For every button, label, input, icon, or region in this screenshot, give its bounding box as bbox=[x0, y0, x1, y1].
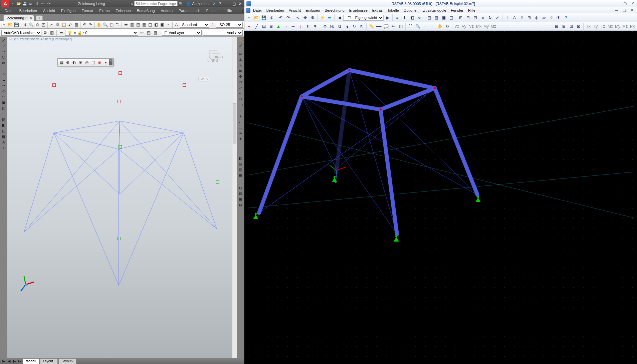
floating-visualstyle-toolbar[interactable]: ▦ ⊕ ◐ ⊗ ◎ ▢ ◉ ▾ × bbox=[57, 58, 114, 66]
explode-icon[interactable]: ✶ bbox=[237, 136, 243, 141]
menu-bearbeiten[interactable]: Bearbeiten bbox=[264, 8, 286, 13]
undo-icon[interactable]: ↶ bbox=[82, 22, 87, 28]
doc-tab[interactable]: Zeichnung1* ✕ bbox=[3, 15, 34, 21]
support-icon[interactable] bbox=[252, 212, 260, 220]
block-icon[interactable]: ▦ bbox=[73, 22, 79, 28]
zoom-all-icon[interactable]: ⛶ bbox=[407, 23, 414, 30]
node-foot-icon[interactable] bbox=[216, 180, 219, 184]
zoom-prev-icon[interactable]: ⮌ bbox=[115, 22, 120, 28]
load-nav-next-icon[interactable]: ▶ bbox=[384, 14, 391, 21]
spline-icon[interactable]: 〜 bbox=[1, 83, 7, 88]
restore-icon[interactable]: ▢ bbox=[232, 1, 237, 6]
deform-icon[interactable]: ∿ bbox=[416, 14, 423, 21]
menu-zeichnen[interactable]: Zeichnen bbox=[113, 8, 133, 13]
trim-icon[interactable]: ✂ bbox=[237, 96, 243, 102]
plot-preview-icon[interactable]: 🔍 bbox=[28, 22, 34, 28]
circle-icon[interactable]: ○ bbox=[1, 71, 7, 77]
menu-fenster[interactable]: Fenster bbox=[449, 8, 465, 13]
move-icon[interactable]: ✥ bbox=[237, 74, 243, 79]
palette3-icon[interactable]: ▦ bbox=[237, 172, 243, 178]
sel-icon[interactable]: ▫ bbox=[166, 22, 171, 28]
rstab-doc-icon[interactable] bbox=[246, 8, 250, 13]
mirror-icon[interactable]: ◮ bbox=[237, 57, 243, 62]
markup-icon[interactable]: ◫ bbox=[147, 22, 153, 28]
palette2-icon[interactable]: ▥ bbox=[237, 167, 243, 172]
hinge-icon[interactable]: ○ bbox=[282, 23, 289, 30]
search-icon[interactable]: 🔍 bbox=[178, 1, 184, 6]
redo-icon[interactable]: ↷ bbox=[285, 14, 291, 21]
rotate-view-icon[interactable]: ⟲ bbox=[444, 23, 450, 30]
lc-manager-icon[interactable]: ≡ bbox=[394, 14, 401, 21]
open-icon[interactable]: 📂 bbox=[7, 22, 13, 28]
undo-icon[interactable]: ↶ bbox=[40, 1, 45, 6]
undo-icon[interactable]: ↶ bbox=[277, 14, 284, 21]
node-foot-icon[interactable] bbox=[118, 237, 121, 240]
results-on-icon[interactable]: ◧ bbox=[409, 14, 415, 21]
node-icon[interactable]: ● bbox=[246, 23, 252, 30]
vs-hidden-icon[interactable]: ◐ bbox=[71, 59, 77, 65]
properties-icon[interactable]: ☰ bbox=[123, 22, 129, 28]
annotation-scale-icon[interactable]: A bbox=[174, 22, 179, 28]
comment-icon[interactable]: 💬 bbox=[383, 23, 389, 30]
help-icon[interactable]: ? bbox=[563, 14, 569, 21]
solid-icon[interactable]: ▣ bbox=[440, 14, 447, 21]
mtext-icon[interactable]: A bbox=[1, 139, 7, 145]
view-free-icon[interactable]: ⤢ bbox=[494, 14, 501, 21]
wks-badge[interactable]: WKS bbox=[198, 77, 210, 81]
menu-tabelle[interactable]: Tabelle bbox=[385, 8, 401, 13]
region-icon[interactable]: ◫ bbox=[1, 128, 7, 133]
doc-tab-close-icon[interactable]: ✕ bbox=[30, 16, 32, 20]
pan-icon[interactable]: ✋ bbox=[96, 22, 102, 28]
break-icon[interactable]: ⟋ bbox=[237, 108, 243, 113]
constr2-icon[interactable]: ⊡ bbox=[237, 191, 243, 196]
redo-icon[interactable]: ↷ bbox=[88, 22, 93, 28]
saveas-icon[interactable]: ⧉ bbox=[28, 1, 33, 6]
mdi-minimize-icon[interactable]: ─ bbox=[613, 8, 620, 13]
stretch-icon[interactable]: ↔ bbox=[237, 91, 243, 96]
menu-format[interactable]: Format bbox=[79, 8, 96, 13]
help-icon[interactable]: ? bbox=[217, 1, 223, 6]
mx2-icon[interactable]: Mx bbox=[607, 23, 614, 30]
tx-icon[interactable]: Tx bbox=[585, 23, 592, 30]
hatch-icon[interactable]: ▨ bbox=[1, 117, 7, 122]
constr3-icon[interactable]: ⊞ bbox=[237, 197, 243, 202]
vz-icon[interactable]: Vz bbox=[468, 23, 475, 30]
copy-icon[interactable]: ⧉ bbox=[55, 22, 60, 28]
dim-icon[interactable]: ⟟ bbox=[210, 22, 215, 28]
f2-icon[interactable]: ⊟ bbox=[561, 23, 567, 30]
vs-3dwire-icon[interactable]: ⊕ bbox=[65, 59, 71, 65]
layer-combo[interactable]: 💡 ❄ 🔓 ▫ 0 bbox=[65, 30, 138, 36]
number-icon[interactable]: № bbox=[329, 23, 336, 30]
mz2-icon[interactable]: Mz bbox=[622, 23, 628, 30]
member-icon[interactable]: ╱ bbox=[253, 23, 260, 30]
px-icon[interactable]: Px bbox=[629, 23, 636, 30]
calc-icon[interactable]: ▦ bbox=[141, 22, 147, 28]
menu-ansicht[interactable]: Ansicht bbox=[287, 8, 303, 13]
vs-2dwire-icon[interactable]: ▦ bbox=[58, 59, 64, 65]
help-search-input[interactable] bbox=[134, 1, 178, 6]
material-icon[interactable]: ▤ bbox=[260, 23, 267, 30]
menu-einfuegen[interactable]: Einfügen bbox=[303, 8, 322, 13]
insert-icon[interactable]: ▣ bbox=[1, 100, 7, 105]
menu-bemassung[interactable]: Bemaßung bbox=[134, 8, 158, 13]
vy-icon[interactable]: Vy bbox=[461, 23, 467, 30]
new-icon[interactable]: ▫ bbox=[10, 1, 15, 6]
polygon-icon[interactable]: ⬡ bbox=[1, 54, 7, 60]
line-icon[interactable]: ／ bbox=[1, 37, 7, 43]
tab-layout2[interactable]: Layout2 bbox=[58, 358, 76, 364]
node-icon[interactable] bbox=[52, 83, 56, 87]
paste-icon[interactable]: 📋 bbox=[61, 22, 67, 28]
join-icon[interactable]: ＋ bbox=[237, 113, 243, 119]
minimize-icon[interactable]: ─ bbox=[226, 1, 231, 6]
f4-icon[interactable]: ⊠ bbox=[575, 23, 582, 30]
layer-state-icon[interactable]: ▤ bbox=[146, 30, 152, 36]
array-icon[interactable]: ⊞ bbox=[237, 68, 243, 73]
gear-icon[interactable]: ⚙ bbox=[42, 30, 48, 36]
vx-icon[interactable]: Vx bbox=[453, 23, 460, 30]
dim-style-combo[interactable]: ISO-25 bbox=[216, 22, 243, 28]
palette1-icon[interactable]: ▤ bbox=[237, 161, 243, 166]
ty-icon[interactable]: Ty bbox=[592, 23, 599, 30]
guide-icon[interactable]: ⊹ bbox=[548, 14, 555, 21]
view-rotate-icon[interactable]: ↻ bbox=[487, 14, 493, 21]
close-icon[interactable]: ✕ bbox=[629, 1, 636, 6]
